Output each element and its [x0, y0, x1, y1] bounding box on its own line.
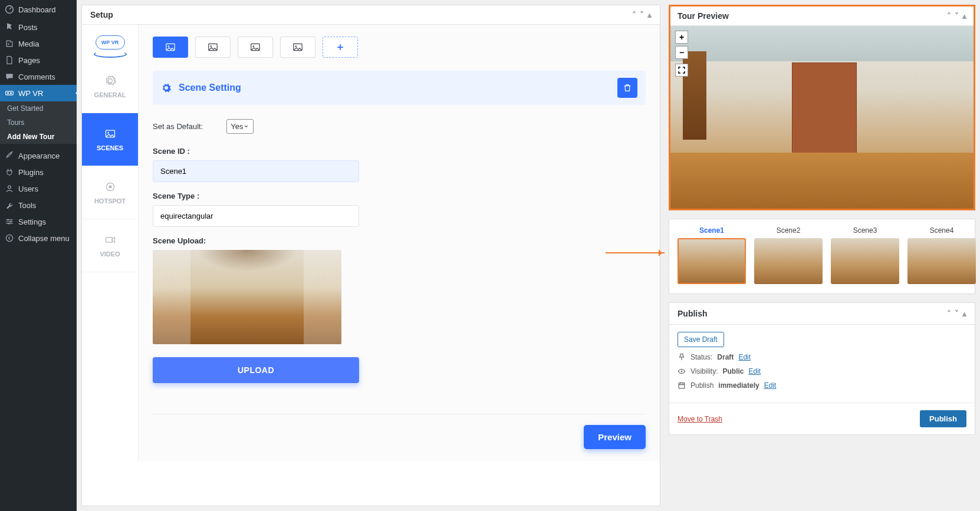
collapse-icon	[5, 233, 14, 243]
scene-tab-4[interactable]	[280, 37, 315, 58]
sidebar-label: Pages	[18, 56, 40, 65]
sidebar-sub-add-new-tour[interactable]: Add New Tour	[0, 130, 77, 144]
plug-icon	[5, 167, 14, 177]
edit-status-link[interactable]: Edit	[738, 353, 751, 361]
nav-scenes[interactable]: SCENES	[82, 113, 138, 166]
nav-video[interactable]: VIDEO	[82, 219, 138, 272]
sidebar-item-settings[interactable]: Settings	[0, 213, 77, 230]
svg-point-8	[8, 223, 9, 224]
panel-toggle-icon[interactable]: ▴	[962, 309, 966, 318]
set-default-select[interactable]: Yes	[226, 119, 254, 134]
svg-point-1	[8, 44, 9, 45]
thumb-label: Scene2	[754, 226, 823, 235]
nav-general[interactable]: GENERAL	[82, 60, 138, 113]
setup-left-nav: WP VR GENERAL SCENES HOTSPOT	[82, 25, 139, 461]
scene-thumb-1[interactable]: Scene1	[678, 226, 746, 284]
plus-icon	[336, 43, 345, 51]
scene-thumbnails-panel: Scene1 Scene2 Scene3 Scene4	[669, 219, 975, 294]
scene-thumb-3[interactable]: Scene3	[831, 226, 899, 284]
sidebar-item-posts[interactable]: Posts	[0, 19, 77, 35]
user-icon	[5, 184, 14, 193]
panel-down-icon[interactable]: ˅	[640, 10, 644, 19]
sidebar-label: WP VR	[18, 89, 43, 98]
sidebar-label: Media	[18, 39, 39, 48]
sidebar-item-plugins[interactable]: Plugins	[0, 164, 77, 180]
panel-down-icon[interactable]: ˅	[955, 309, 959, 318]
set-default-row: Set as Default: Yes	[153, 119, 646, 134]
sidebar-item-appearance[interactable]: Appearance	[0, 147, 77, 164]
sidebar-label: Dashboard	[18, 5, 56, 14]
scene-tab-3[interactable]	[238, 37, 273, 58]
sidebar-item-users[interactable]: Users	[0, 180, 77, 197]
pin-icon	[5, 22, 14, 32]
brush-icon	[5, 151, 14, 160]
scene-id-input[interactable]	[153, 160, 359, 182]
sidebar-item-media[interactable]: Media	[0, 35, 77, 52]
tour-preview-header: Tour Preview ˄ ˅ ▴	[670, 6, 974, 26]
sidebar-sub-get-started[interactable]: Get Started	[0, 101, 77, 116]
page-icon	[5, 55, 14, 65]
panel-up-icon[interactable]: ˄	[947, 309, 951, 318]
panel-toggle-icon[interactable]: ▴	[647, 10, 652, 19]
publish-button[interactable]: Publish	[920, 410, 966, 427]
scene-tab-1[interactable]	[153, 37, 188, 58]
scene-upload-row: Scene Upload: UPLOAD	[153, 236, 646, 383]
panel-up-icon[interactable]: ˄	[947, 11, 951, 21]
sidebar-label: Tools	[18, 201, 36, 210]
fullscreen-button[interactable]	[675, 64, 688, 77]
wpvr-logo: WP VR	[96, 35, 125, 50]
status-line: Status: Draft Edit	[678, 353, 966, 361]
scene-tab-add[interactable]	[323, 37, 358, 58]
scene-type-input[interactable]	[153, 205, 359, 227]
scene-upload-preview[interactable]	[153, 250, 341, 344]
target-icon	[104, 181, 116, 193]
sidebar-label: Appearance	[18, 151, 60, 160]
svg-rect-2	[6, 91, 14, 95]
scene-thumb-4[interactable]: Scene4	[907, 226, 976, 284]
zoom-out-button[interactable]: −	[675, 46, 688, 59]
thumb-image	[678, 238, 746, 284]
svg-point-18	[211, 45, 212, 47]
right-column: Tour Preview ˄ ˅ ▴ + −	[669, 5, 975, 506]
nav-hotspot[interactable]: HOTSPOT	[82, 166, 138, 219]
sidebar-item-tools[interactable]: Tools	[0, 197, 77, 213]
tour-preview-viewport[interactable]: + −	[670, 26, 974, 209]
panel-toggle-icon[interactable]: ▴	[962, 11, 966, 21]
sidebar-label: Settings	[18, 217, 46, 226]
main-body: Setup ˄ ˅ ▴ WP VR GENERAL	[77, 0, 980, 511]
sidebar-item-pages[interactable]: Pages	[0, 52, 77, 68]
preview-button[interactable]: Preview	[584, 425, 646, 449]
tour-preview-title: Tour Preview	[678, 11, 729, 21]
edit-schedule-link[interactable]: Edit	[764, 381, 777, 390]
video-icon	[104, 234, 116, 246]
publish-footer: Move to Trash Publish	[669, 403, 975, 434]
sidebar-label: Collapse menu	[18, 234, 70, 243]
dashboard-icon	[5, 5, 14, 14]
status-label: Status:	[690, 353, 712, 361]
sidebar-sub-tours[interactable]: Tours	[0, 116, 77, 130]
svg-point-9	[6, 235, 12, 241]
sidebar-label: Plugins	[18, 168, 44, 177]
thumb-image	[907, 238, 976, 284]
sidebar-item-wpvr[interactable]: WP VR	[0, 85, 77, 101]
svg-point-22	[295, 45, 297, 47]
panel-down-icon[interactable]: ˅	[955, 11, 959, 21]
sidebar-item-dashboard[interactable]: Dashboard	[0, 0, 77, 19]
scene-tab-2[interactable]	[195, 37, 231, 58]
sidebar-item-collapse[interactable]: Collapse menu	[0, 230, 77, 246]
scene-thumbnails: Scene1 Scene2 Scene3 Scene4	[678, 226, 966, 284]
panel-up-icon[interactable]: ˄	[632, 10, 636, 19]
move-to-trash-link[interactable]: Move to Trash	[678, 415, 722, 423]
sidebar-label: Comments	[18, 72, 55, 81]
upload-button[interactable]: UPLOAD	[153, 357, 359, 383]
scene-type-label: Scene Type :	[153, 192, 646, 200]
sidebar-item-comments[interactable]: Comments	[0, 68, 77, 85]
scene-thumb-2[interactable]: Scene2	[754, 226, 823, 284]
zoom-in-button[interactable]: +	[675, 31, 688, 44]
scene-setting-bar: Scene Setting	[153, 71, 646, 105]
edit-visibility-link[interactable]: Edit	[748, 367, 761, 375]
svg-point-3	[7, 92, 9, 94]
status-value: Draft	[717, 353, 734, 361]
save-draft-button[interactable]: Save Draft	[678, 332, 724, 347]
delete-scene-button[interactable]	[617, 78, 637, 98]
